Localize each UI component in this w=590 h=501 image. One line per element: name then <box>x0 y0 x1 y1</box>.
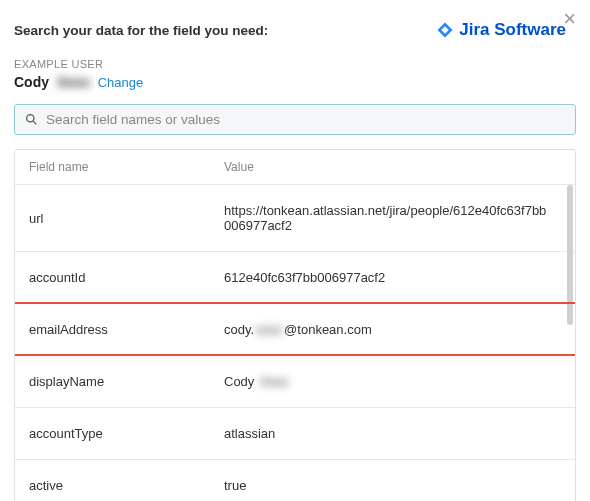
field-table: Field name Value urlhttps://tonkean.atla… <box>14 149 576 501</box>
user-last-name-masked: Xxxx <box>57 74 90 90</box>
user-first-name: Cody <box>14 74 49 90</box>
search-input[interactable] <box>46 112 565 127</box>
masked-text: Xxxx <box>260 374 288 389</box>
field-value: Cody Xxxx <box>224 374 561 389</box>
svg-point-0 <box>27 115 34 122</box>
table-row[interactable]: accountTypeatlassian <box>15 408 575 460</box>
scrollbar[interactable] <box>567 185 573 325</box>
field-value: true <box>224 478 561 493</box>
field-name: accountId <box>29 270 224 285</box>
field-value: 612e40fc63f7bb006977acf2 <box>224 270 561 285</box>
header-field-name: Field name <box>29 160 224 174</box>
field-name: url <box>29 211 224 226</box>
brand-logo: Jira Software <box>436 20 566 40</box>
field-value: https://tonkean.atlassian.net/jira/peopl… <box>224 203 561 233</box>
page-title: Search your data for the field you need: <box>14 23 268 38</box>
field-value: atlassian <box>224 426 561 441</box>
header: Search your data for the field you need:… <box>14 20 576 40</box>
example-user-row: Cody Xxxx Change <box>14 74 576 90</box>
header-value: Value <box>224 160 561 174</box>
table-row[interactable]: activetrue <box>15 460 575 501</box>
close-icon[interactable]: × <box>563 8 576 30</box>
table-row[interactable]: urlhttps://tonkean.atlassian.net/jira/pe… <box>15 185 575 252</box>
field-name: emailAddress <box>29 322 224 337</box>
field-name: accountType <box>29 426 224 441</box>
field-name: displayName <box>29 374 224 389</box>
table-row[interactable]: accountId612e40fc63f7bb006977acf2 <box>15 252 575 304</box>
field-name: active <box>29 478 224 493</box>
brand-text: Jira Software <box>459 20 566 40</box>
change-link[interactable]: Change <box>98 75 144 90</box>
table-row[interactable]: emailAddresscody.xxxx@tonkean.com <box>15 304 575 356</box>
field-value: cody.xxxx@tonkean.com <box>224 322 561 337</box>
table-header: Field name Value <box>15 150 575 185</box>
masked-text: xxxx <box>256 322 282 337</box>
search-box[interactable] <box>14 104 576 135</box>
svg-line-1 <box>33 121 36 124</box>
search-icon <box>25 113 38 126</box>
table-row[interactable]: displayNameCody Xxxx <box>15 356 575 408</box>
jira-icon <box>436 21 454 39</box>
example-user-label: EXAMPLE USER <box>14 58 576 70</box>
